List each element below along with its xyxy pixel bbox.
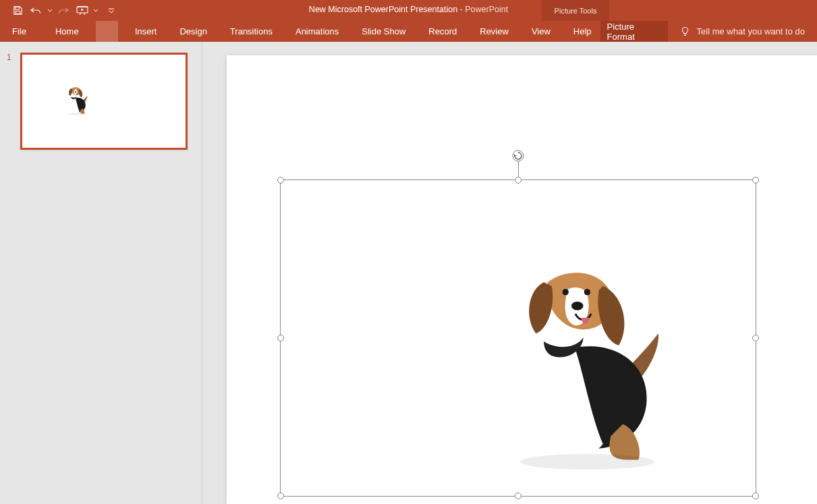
tab-review[interactable]: Review bbox=[471, 21, 517, 42]
tab-transitions[interactable]: Transitions bbox=[221, 21, 281, 42]
undo-button[interactable] bbox=[27, 1, 46, 20]
resize-handle-nw[interactable] bbox=[277, 177, 284, 184]
window-title: New Microsoft PowerPoint Presentation - … bbox=[0, 5, 817, 14]
tab-file[interactable]: File bbox=[0, 21, 38, 42]
tell-me-search[interactable]: Tell me what you want to do bbox=[668, 21, 817, 42]
picture-content-icon bbox=[467, 262, 676, 472]
save-icon bbox=[13, 5, 23, 16]
rotate-icon bbox=[512, 150, 524, 162]
resize-handle-w[interactable] bbox=[277, 335, 284, 341]
tab-slide-show[interactable]: Slide Show bbox=[353, 21, 414, 42]
selected-picture[interactable] bbox=[280, 179, 756, 497]
undo-dropdown[interactable] bbox=[46, 1, 54, 20]
redo-button[interactable] bbox=[54, 1, 73, 20]
presentation-icon bbox=[76, 5, 88, 16]
start-from-beginning-button[interactable] bbox=[73, 1, 92, 20]
tab-design[interactable]: Design bbox=[171, 21, 215, 42]
chevron-down-bar-icon bbox=[108, 7, 115, 14]
tell-me-placeholder: Tell me what you want to do bbox=[697, 26, 805, 36]
tab-home[interactable]: Home bbox=[47, 21, 88, 42]
resize-handle-e[interactable] bbox=[752, 335, 759, 341]
tab-help[interactable]: Help bbox=[565, 21, 600, 42]
tab-record[interactable]: Record bbox=[420, 21, 466, 42]
thumbnail-picture-icon bbox=[60, 86, 90, 115]
tab-animations[interactable]: Animations bbox=[287, 21, 347, 42]
chevron-down-icon bbox=[93, 8, 98, 13]
resize-handle-s[interactable] bbox=[515, 493, 522, 499]
slide-thumbnail-1[interactable] bbox=[20, 53, 188, 150]
document-name: New Microsoft PowerPoint Presentation bbox=[309, 5, 457, 14]
undo-icon bbox=[30, 6, 43, 16]
contextual-tab-label: Picture Tools bbox=[555, 7, 597, 15]
title-bar: New Microsoft PowerPoint Presentation - … bbox=[0, 0, 817, 21]
svg-rect-4 bbox=[15, 7, 19, 9]
tab-view[interactable]: View bbox=[523, 21, 559, 42]
resize-handle-ne[interactable] bbox=[752, 177, 759, 184]
save-button[interactable] bbox=[8, 1, 27, 20]
app-name: PowerPoint bbox=[465, 5, 508, 14]
svg-rect-5 bbox=[16, 11, 20, 13]
workspace: 1 bbox=[0, 42, 817, 504]
chevron-down-icon bbox=[47, 8, 53, 13]
quick-access-toolbar bbox=[0, 0, 116, 21]
tab-insert[interactable]: Insert bbox=[126, 21, 166, 42]
slide-editor[interactable] bbox=[202, 42, 817, 504]
title-separator: - bbox=[457, 5, 465, 14]
slide-number-1: 1 bbox=[7, 53, 11, 62]
qat-customize-button[interactable] bbox=[107, 1, 116, 20]
slide-canvas[interactable] bbox=[227, 55, 817, 504]
rotation-handle[interactable] bbox=[511, 149, 525, 163]
redo-icon bbox=[58, 6, 69, 16]
resize-handle-sw[interactable] bbox=[277, 493, 284, 499]
resize-handle-n[interactable] bbox=[515, 177, 522, 184]
start-from-beginning-dropdown[interactable] bbox=[92, 1, 100, 20]
ribbon-tabs: File Home 1 Insert Design Transitions An… bbox=[0, 21, 817, 42]
thumbnail-pane[interactable]: 1 bbox=[0, 42, 202, 504]
tab-hidden[interactable]: 1 bbox=[96, 21, 118, 42]
lightbulb-icon bbox=[680, 26, 690, 36]
contextual-tab-group-picture-tools: Picture Tools bbox=[542, 0, 609, 21]
resize-handle-se[interactable] bbox=[752, 493, 759, 499]
tab-picture-format[interactable]: Picture Format bbox=[600, 21, 668, 42]
